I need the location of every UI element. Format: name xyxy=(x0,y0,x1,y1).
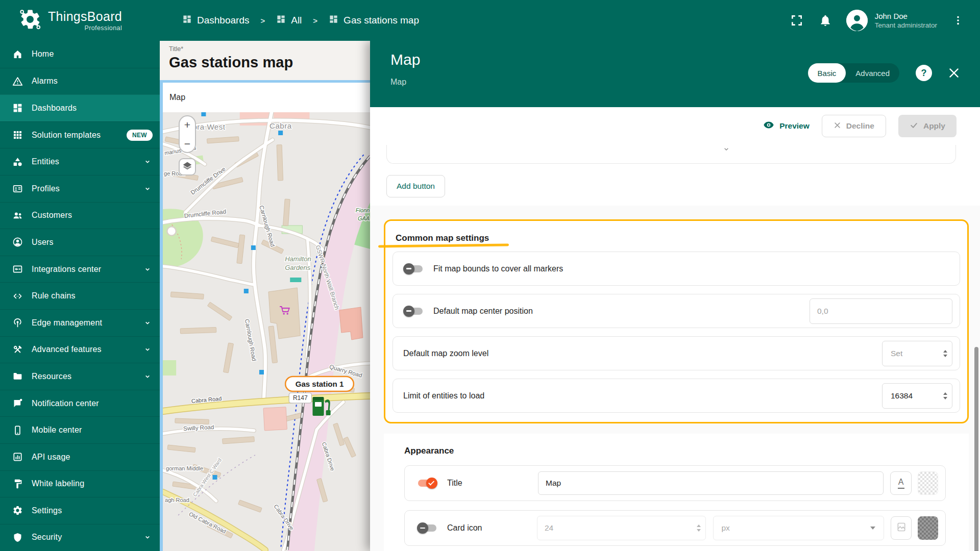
widget-title-input[interactable] xyxy=(538,471,884,495)
preview-button[interactable]: Preview xyxy=(763,119,810,133)
panel-toolbar: Preview Decline Apply xyxy=(370,107,980,145)
sidebar-item-label: Integrations center xyxy=(32,265,134,274)
widget-settings-panel: Map Map Basic Advanced ? Preview xyxy=(370,41,980,551)
sidebar-item-solution-templates[interactable]: Solution templates NEW xyxy=(0,121,160,148)
sidebar-item-users[interactable]: Users xyxy=(0,229,160,256)
brand-edition: Professional xyxy=(84,24,122,32)
user-name: John Doe xyxy=(875,12,937,20)
map-center-toggle[interactable] xyxy=(403,305,424,317)
fit-bounds-row: Fit map bounds to cover all markers xyxy=(393,252,960,286)
sidebar-item-white-labeling[interactable]: White labeling xyxy=(0,470,160,497)
settings-mode-toggle: Basic Advanced xyxy=(808,63,899,83)
sidebar-item-edge-management[interactable]: Edge management xyxy=(0,309,160,336)
sidebar-item-home[interactable]: Home xyxy=(0,41,160,68)
sidebar-item-label: Advanced features xyxy=(32,345,134,354)
apply-button[interactable]: Apply xyxy=(898,115,957,137)
sidebar-item-customers[interactable]: Customers xyxy=(0,202,160,229)
sidebar-item-label: Edge management xyxy=(32,318,134,328)
sidebar-item-mobile-center[interactable]: Mobile center xyxy=(0,416,160,443)
kebab-menu-icon[interactable] xyxy=(950,13,966,28)
zoom-level-stepper[interactable]: Set xyxy=(882,341,952,366)
apps-grid-icon xyxy=(12,130,23,141)
notifications-bell-icon[interactable] xyxy=(818,13,833,28)
sidebar-item-advanced-features[interactable]: Advanced features xyxy=(0,336,160,363)
sidebar-item-rule-chains[interactable]: Rule chains xyxy=(0,282,160,309)
panel-scrollbar[interactable] xyxy=(974,347,978,551)
card-icon-picker-button[interactable] xyxy=(891,516,912,540)
panel-subtitle: Map xyxy=(390,78,406,87)
chevron-down-icon xyxy=(142,184,153,194)
card-icon-toggle[interactable] xyxy=(417,522,437,534)
map-canvas[interactable]: Cabra West Cabra manus Road ge Road Drum… xyxy=(163,112,370,551)
title-field-label: Title* xyxy=(169,45,370,53)
user-info[interactable]: John Doe Tenant administrator xyxy=(875,12,937,29)
eye-icon xyxy=(763,119,774,133)
code-chevrons-icon xyxy=(12,290,23,302)
zoom-out-button[interactable]: − xyxy=(184,138,190,149)
zoom-in-button[interactable]: + xyxy=(184,119,190,130)
fit-bounds-toggle[interactable] xyxy=(403,263,424,275)
dashboard-title-field[interactable]: Title* Gas stations map xyxy=(160,41,370,80)
sidebar-item-label: Profiles xyxy=(32,184,134,193)
entities-limit-stepper[interactable]: 16384 xyxy=(882,383,952,409)
sidebar-item-notification-center[interactable]: Notification center xyxy=(0,390,160,417)
tab-advanced[interactable]: Advanced xyxy=(846,63,899,83)
stepper-arrows-icon[interactable] xyxy=(943,350,947,357)
title-color-swatch[interactable] xyxy=(918,471,938,495)
sidebar-item-entities[interactable]: Entities xyxy=(0,148,160,175)
user-role: Tenant administrator xyxy=(875,21,937,29)
add-button[interactable]: Add button xyxy=(386,175,445,197)
tab-basic[interactable]: Basic xyxy=(808,63,846,83)
sidebar-item-label: Notification center xyxy=(32,399,153,408)
title-toggle[interactable] xyxy=(417,477,437,489)
truncated-field-card xyxy=(386,145,956,164)
stepper-arrows-icon[interactable] xyxy=(697,524,701,532)
sidebar-item-dashboards[interactable]: Dashboards xyxy=(0,94,160,121)
user-avatar[interactable] xyxy=(846,10,868,31)
map-center-input[interactable] xyxy=(810,298,952,324)
selected-widget-frame: Map xyxy=(160,80,370,551)
breadcrumb-dashboards[interactable]: Dashboards xyxy=(182,14,249,27)
icon-size-unit-select[interactable]: px xyxy=(713,516,884,540)
dropdown-caret-icon[interactable] xyxy=(722,145,730,155)
highlight-underline xyxy=(378,243,509,247)
title-font-settings-button[interactable]: A xyxy=(890,471,912,495)
sidebar-item-alarms[interactable]: Alarms xyxy=(0,68,160,95)
shapes-icon xyxy=(12,156,23,167)
sidebar-item-api-usage[interactable]: API usage xyxy=(0,443,160,470)
breadcrumb-all[interactable]: All xyxy=(276,14,302,27)
panel-scroll-top-section: Add button xyxy=(370,145,980,206)
close-icon[interactable] xyxy=(947,66,961,80)
sidebar-item-settings[interactable]: Settings xyxy=(0,497,160,524)
map-layers-button[interactable] xyxy=(179,158,196,176)
common-map-settings-card: Common map settings Fit map bounds to co… xyxy=(384,219,969,423)
fullscreen-icon[interactable] xyxy=(789,13,804,28)
gear-icon xyxy=(12,505,23,516)
sidebar-item-security[interactable]: Security xyxy=(0,524,160,551)
panel-header: Map Map Basic Advanced ? xyxy=(370,41,980,107)
map-label: agh Road xyxy=(165,497,189,503)
dashboard-edit-area: Title* Gas stations map Map xyxy=(160,41,370,551)
zoom-level-label: Default map zoom level xyxy=(403,349,882,358)
breadcrumb-label: All xyxy=(291,15,302,26)
icon-size-input[interactable]: 24 xyxy=(537,516,706,540)
panel-scroll-area: Common map settings Fit map bounds to co… xyxy=(370,206,980,551)
breadcrumb-current[interactable]: Gas stations map xyxy=(329,14,419,27)
sidebar-item-resources[interactable]: Resources xyxy=(0,363,160,390)
map-widget[interactable]: Map xyxy=(163,83,370,551)
marker-tooltip[interactable]: Gas station 1 xyxy=(285,377,354,391)
sidebar-item-label: Rule chains xyxy=(32,291,153,300)
brand[interactable]: ThingsBoard Professional xyxy=(0,8,160,33)
sidebar-item-label: Customers xyxy=(32,211,153,220)
chevron-down-icon xyxy=(142,157,153,167)
sidebar-item-integrations-center[interactable]: Integrations center xyxy=(0,256,160,283)
icon-size-unit-value: px xyxy=(722,523,730,533)
card-icon-color-swatch[interactable] xyxy=(918,516,938,540)
zoom-level-row: Default map zoom level Set xyxy=(393,336,960,370)
decline-button[interactable]: Decline xyxy=(822,115,886,137)
sidebar-item-profiles[interactable]: Profiles xyxy=(0,175,160,202)
stepper-arrows-icon[interactable] xyxy=(943,392,947,399)
dashboards-icon xyxy=(12,103,23,114)
map-label: Hamilton xyxy=(285,255,311,263)
help-button[interactable]: ? xyxy=(916,65,932,81)
